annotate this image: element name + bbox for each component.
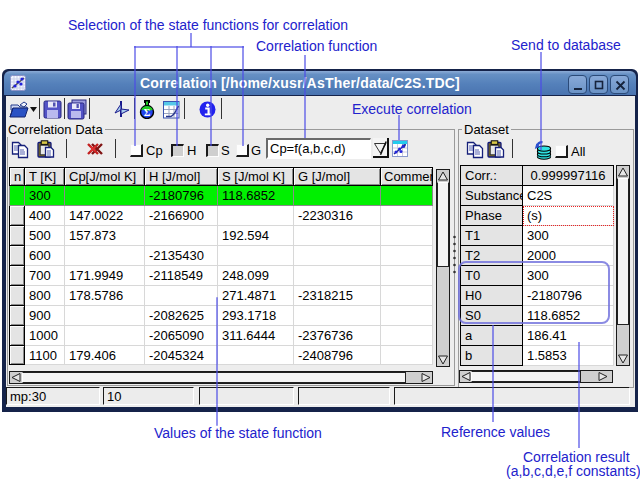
svg-text:Σ: Σ [144, 107, 151, 118]
